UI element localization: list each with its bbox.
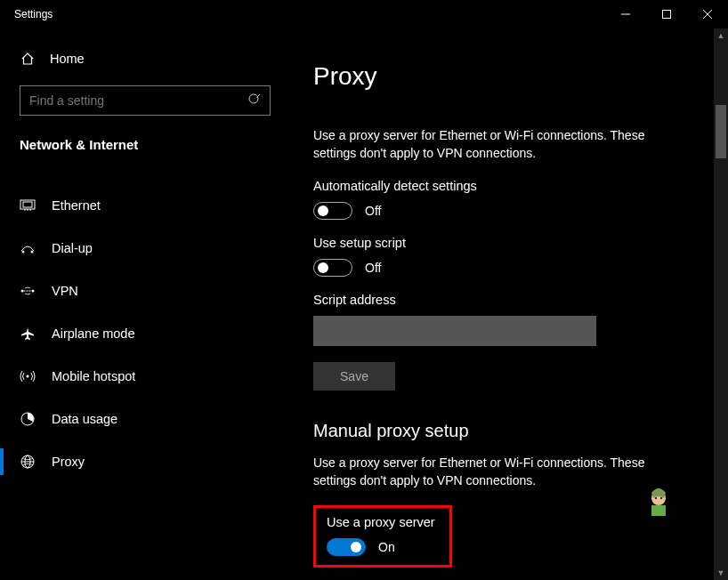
use-proxy-label: Use a proxy server [327, 515, 439, 529]
sidebar-item-label: Data usage [52, 412, 117, 426]
svg-point-24 [660, 497, 662, 499]
sidebar-item-hotspot[interactable]: Mobile hotspot [0, 355, 287, 398]
svg-point-14 [32, 290, 35, 293]
home-nav[interactable]: Home [0, 41, 287, 77]
svg-point-4 [249, 94, 258, 103]
search-input[interactable] [20, 85, 271, 116]
svg-point-13 [21, 290, 24, 293]
scroll-thumb[interactable] [716, 105, 726, 158]
minimize-button[interactable] [605, 0, 646, 28]
vpn-icon [20, 285, 36, 297]
svg-rect-7 [23, 202, 32, 207]
page-title: Proxy [313, 62, 701, 91]
search-icon [247, 93, 262, 110]
svg-point-12 [31, 251, 34, 254]
hotspot-icon [20, 369, 36, 383]
scroll-up-icon[interactable]: ▲ [714, 28, 728, 43]
sidebar-item-dialup[interactable]: Dial-up [0, 227, 287, 270]
auto-detect-state: Off [365, 204, 381, 218]
sidebar-item-vpn[interactable]: VPN [0, 270, 287, 312]
window-title: Settings [14, 8, 53, 20]
dialup-icon [20, 242, 36, 254]
manual-proxy-heading: Manual proxy setup [313, 421, 701, 441]
sidebar-item-label: Mobile hotspot [52, 369, 135, 383]
airplane-icon [20, 326, 36, 341]
use-proxy-state: On [378, 540, 395, 554]
scrollbar[interactable]: ▲ ▼ [714, 28, 728, 580]
sidebar-item-proxy[interactable]: Proxy [0, 440, 287, 483]
save-button[interactable]: Save [313, 362, 395, 391]
script-address-input[interactable] [313, 316, 596, 346]
home-label: Home [50, 52, 85, 66]
close-button[interactable] [687, 0, 728, 28]
svg-rect-22 [651, 505, 666, 516]
datausage-icon [20, 412, 36, 426]
setup-script-toggle[interactable] [313, 259, 352, 277]
maximize-button[interactable] [646, 0, 687, 28]
ethernet-icon [20, 199, 36, 212]
home-icon [20, 52, 36, 66]
sidebar-item-label: VPN [52, 284, 78, 298]
sidebar-item-label: Proxy [52, 455, 85, 469]
auto-detect-label: Automatically detect settings [313, 179, 701, 193]
sidebar: Home Network & Internet Ethernet Dial-up… [0, 28, 287, 580]
sidebar-item-ethernet[interactable]: Ethernet [0, 184, 287, 227]
sidebar-item-airplane[interactable]: Airplane mode [0, 312, 287, 355]
svg-point-16 [27, 375, 29, 378]
sidebar-item-datausage[interactable]: Data usage [0, 398, 287, 440]
window-controls [605, 0, 728, 28]
sidebar-item-label: Ethernet [52, 198, 101, 213]
proxy-icon [20, 455, 36, 469]
svg-point-11 [22, 251, 25, 254]
manual-proxy-description: Use a proxy server for Ethernet or Wi-Fi… [313, 454, 687, 490]
auto-proxy-description: Use a proxy server for Ethernet or Wi-Fi… [313, 126, 687, 163]
search-box[interactable] [20, 85, 271, 116]
use-proxy-toggle[interactable] [327, 538, 366, 556]
avatar-graphic [643, 486, 675, 518]
main-panel: Proxy Use a proxy server for Ethernet or… [287, 28, 728, 580]
setup-script-label: Use setup script [313, 236, 701, 250]
svg-point-23 [655, 497, 657, 499]
setup-script-state: Off [365, 261, 381, 275]
auto-detect-toggle[interactable] [313, 202, 352, 220]
svg-rect-1 [663, 11, 671, 19]
sidebar-item-label: Dial-up [52, 241, 93, 255]
title-bar: Settings [0, 0, 728, 28]
sidebar-category: Network & Internet [0, 116, 287, 168]
scroll-down-icon[interactable]: ▼ [714, 566, 728, 580]
highlight-annotation: Use a proxy server On [313, 505, 452, 568]
sidebar-item-label: Airplane mode [52, 326, 135, 341]
script-address-label: Script address [313, 293, 701, 307]
